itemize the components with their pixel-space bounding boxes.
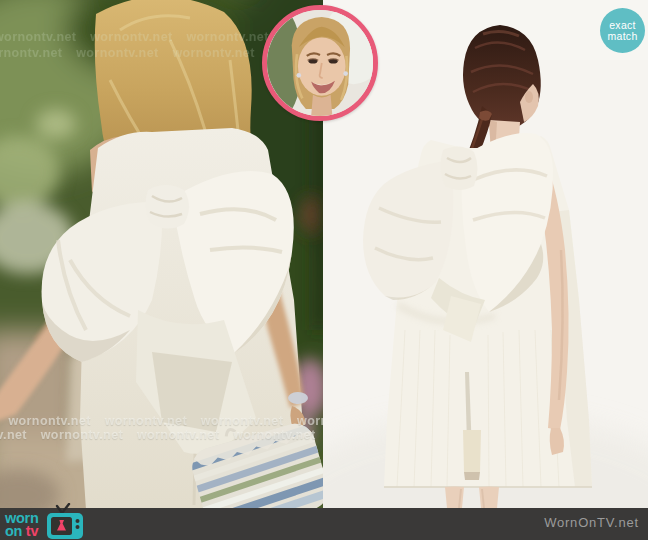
watermark-row: ntv.net wornontv.net wornontv.net wornon… (0, 428, 323, 442)
face-graphic (267, 10, 373, 116)
face-inset-photo (262, 5, 378, 121)
badge-line-1: exact (609, 20, 636, 31)
badge-line-2: match (607, 31, 637, 42)
outfit-match-collage: wornontv.net wornontv.net wornontv.net w… (0, 0, 648, 540)
wornontv-logo: worn on tv (5, 510, 88, 540)
logo-wordmark: worn on tv (5, 513, 38, 537)
tv-logo-icon (42, 503, 88, 540)
exact-match-badge: exact match (600, 8, 645, 53)
bracelet (288, 392, 308, 404)
logo-word-ontv: on tv (5, 526, 38, 537)
logo-word-tv: tv (26, 523, 38, 539)
watermark-row: t wornontv.net wornontv.net wornontv.net… (0, 414, 323, 428)
model-head (463, 25, 541, 130)
logo-word-on: on (5, 523, 22, 539)
site-url-label: WornOnTV.net (544, 515, 639, 530)
